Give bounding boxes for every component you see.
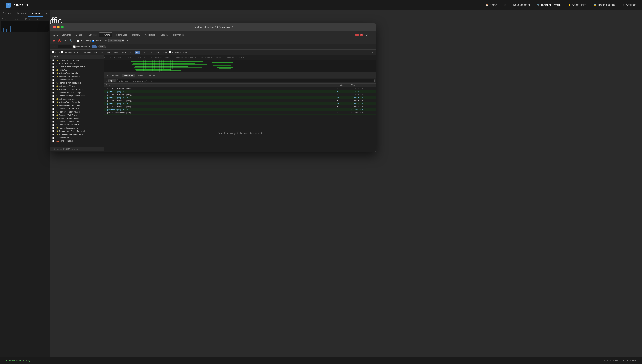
record-button[interactable]: ⏺: [52, 39, 56, 42]
dt-tab-lighthouse[interactable]: Lighthouse: [171, 32, 186, 37]
list-item[interactable]: JS RequestTimingView.js: [50, 126, 104, 130]
preserve-log-checkbox[interactable]: Preserve log: [77, 40, 91, 42]
list-item[interactable]: JS HARWriter.js: [50, 68, 104, 72]
nav-home[interactable]: 🏠 Home: [485, 4, 497, 6]
dt-tab-memory[interactable]: Memory: [130, 32, 142, 37]
hide-data-urls-checkbox[interactable]: Hide data URLs: [73, 46, 90, 48]
filter-button[interactable]: ▼: [63, 39, 67, 42]
type-js[interactable]: JS: [93, 51, 98, 54]
dt-tab-console[interactable]: Console: [73, 32, 86, 37]
table-row[interactable]: ↑{"method":"ping","id":28} 25 23:55:08.2…: [104, 96, 376, 99]
file-list-scrollable[interactable]: JS BinaryResourceView.js JS BlockedURLsP…: [50, 59, 104, 147]
list-item[interactable]: JS NetworkLogView.js: [50, 84, 104, 88]
throttling-select[interactable]: No throttling: [108, 39, 125, 42]
messages-filter-select[interactable]: All: [108, 79, 116, 82]
throttle-icon[interactable]: ▼: [126, 39, 130, 42]
type-wasm[interactable]: Wasm: [142, 51, 149, 54]
import-button[interactable]: ⬆: [131, 39, 135, 42]
type-font[interactable]: Font: [121, 51, 127, 54]
list-item[interactable]: JS NetworkLogViewColumns.js: [50, 88, 104, 91]
list-item[interactable]: JS NetworkDataGridNode.js: [50, 75, 104, 78]
list-item[interactable]: SVG smallIcons.svg: [50, 139, 104, 142]
list-item[interactable]: JS NetworkWaterfallColumn.js: [50, 104, 104, 107]
filter-all[interactable]: All: [92, 45, 97, 48]
window-close-button[interactable]: [53, 26, 56, 28]
list-item[interactable]: JS RequestHTMLView.js: [50, 114, 104, 117]
sub-tab-headers[interactable]: Headers: [110, 74, 122, 77]
list-item[interactable]: JS RequestCookiesView.js: [50, 107, 104, 110]
table-row[interactable]: ↑{"method":"ping","id":30} 25 23:55:10.2…: [104, 108, 376, 111]
export-button[interactable]: ⬇: [136, 39, 140, 42]
table-row[interactable]: ↓{"id": 29, "response": "pong"} 30 23:55…: [104, 105, 376, 108]
window-minimize-button[interactable]: [57, 26, 60, 28]
list-item[interactable]: JS NetworkSearchScope.js: [50, 100, 104, 104]
type-img[interactable]: Img: [106, 51, 111, 54]
list-item[interactable]: JS EventSourceMessagesView.js: [50, 65, 104, 68]
tab-network[interactable]: Network: [29, 10, 43, 17]
has-blocked-cookies-checkbox[interactable]: Has blocked cookies: [169, 51, 190, 53]
refresh-icon[interactable]: ↻: [106, 80, 107, 82]
table-row[interactable]: ↓{"id": 27, "response": "pong"} 30 23:55…: [104, 93, 376, 96]
type-fetch-xhr[interactable]: Fetch/XHR: [80, 51, 92, 54]
nav-api-dev[interactable]: ⚙ API Development: [504, 4, 530, 6]
list-item[interactable]: JS ResourceWebSocketFrameVie...: [50, 130, 104, 133]
list-item[interactable]: JS NetworkTimeCalculator.js: [50, 81, 104, 84]
hide-data-urls2-checkbox[interactable]: Hide data URLs: [61, 51, 78, 53]
list-item[interactable]: JS RequestResponseView.js: [50, 120, 104, 123]
list-item[interactable]: JS NetworkManageCustomHead...: [50, 94, 104, 97]
dt-tab-performance[interactable]: Performance: [112, 32, 130, 37]
sub-tab-messages[interactable]: Messages: [122, 74, 135, 77]
dt-more-button[interactable]: ⋮: [370, 33, 374, 36]
list-item[interactable]: JS NetworkFrameGrouper.js: [50, 91, 104, 94]
nav-traffic-control[interactable]: 🔒 Traffic Control: [593, 4, 615, 6]
dt-forward-button[interactable]: ▶: [56, 34, 59, 37]
type-other[interactable]: Other: [161, 51, 168, 54]
dt-tab-network[interactable]: Network: [99, 32, 112, 37]
nav-inspect-traffic[interactable]: 🔍 Inspect Traffic: [537, 4, 560, 6]
table-row[interactable]: ↓{"id": 30, "response": "pong"} 30 23:55…: [104, 111, 376, 114]
invert-checkbox[interactable]: Invert: [52, 51, 60, 53]
list-item[interactable]: JS RequestInitiatorView.js: [50, 117, 104, 120]
filter-input[interactable]: [58, 45, 72, 48]
tab-sources[interactable]: Sources: [14, 10, 29, 17]
close-panel-button[interactable]: ✕: [106, 74, 109, 77]
window-maximize-button[interactable]: [61, 26, 64, 28]
settings-gear-button[interactable]: ⚙: [372, 51, 375, 54]
filter-xhr[interactable]: XHR: [98, 45, 106, 48]
list-item[interactable]: JS NetworkConfigView.js: [50, 72, 104, 75]
dt-tab-sources[interactable]: Sources: [86, 32, 99, 37]
messages-table[interactable]: Data Length Time ↓{"id": 26, "response":…: [104, 84, 376, 115]
list-item[interactable]: JS RequestHeadersView.js: [50, 110, 104, 114]
table-row[interactable]: ↑{"method":"ping","id":27} 25 23:55:07.2…: [104, 90, 376, 93]
type-ws[interactable]: WS: [135, 51, 140, 54]
table-row[interactable]: ↓{"id": 28, "response": "pong"} 30 23:55…: [104, 99, 376, 102]
tab-console[interactable]: Console: [0, 10, 14, 17]
search-button[interactable]: 🔍: [68, 39, 73, 42]
table-row[interactable]: ↓{"id": 26, "response": "pong"} 30 23:55…: [104, 87, 376, 90]
list-item[interactable]: JS NetworkOverview.js: [50, 97, 104, 100]
nav-settings[interactable]: ⚙ Settings: [622, 4, 636, 6]
list-item[interactable]: JS RequestPreviewView.js: [50, 123, 104, 126]
dt-tab-security[interactable]: Security: [158, 32, 171, 37]
table-row[interactable]: ↑{"method":"ping","id":29} 25 23:55:09.2…: [104, 102, 376, 105]
tab-memory[interactable]: Memory: [43, 10, 50, 17]
disable-cache-checkbox[interactable]: Disable cache: [92, 40, 107, 42]
type-media[interactable]: Media: [113, 51, 120, 54]
list-item[interactable]: JS NetworkItemView.js: [50, 78, 104, 81]
sub-tab-initiator[interactable]: Initiator: [136, 74, 146, 77]
dt-tab-application[interactable]: Application: [142, 32, 158, 37]
type-css[interactable]: CSS: [99, 51, 105, 54]
list-item[interactable]: JS BlockedURLsPane.js: [50, 62, 104, 65]
type-manifest[interactable]: Manifest: [150, 51, 160, 54]
clear-button[interactable]: 🚫: [57, 39, 62, 42]
list-item[interactable]: JS NetworkPanel.js: [50, 136, 104, 139]
dt-tab-elements[interactable]: Elements: [59, 32, 73, 37]
messages-filter-input[interactable]: [117, 79, 375, 82]
type-doc[interactable]: Doc: [128, 51, 134, 54]
list-item[interactable]: JS BinaryResourceView.js: [50, 59, 104, 62]
dt-settings-button[interactable]: ⚙: [365, 33, 369, 36]
list-item[interactable]: JS SignedExchangeInfoView.js: [50, 133, 104, 136]
nav-short-links[interactable]: ⚡ Short Links: [568, 4, 586, 6]
dt-back-button[interactable]: ◀: [53, 34, 56, 37]
sub-tab-timing[interactable]: Timing: [147, 74, 157, 77]
